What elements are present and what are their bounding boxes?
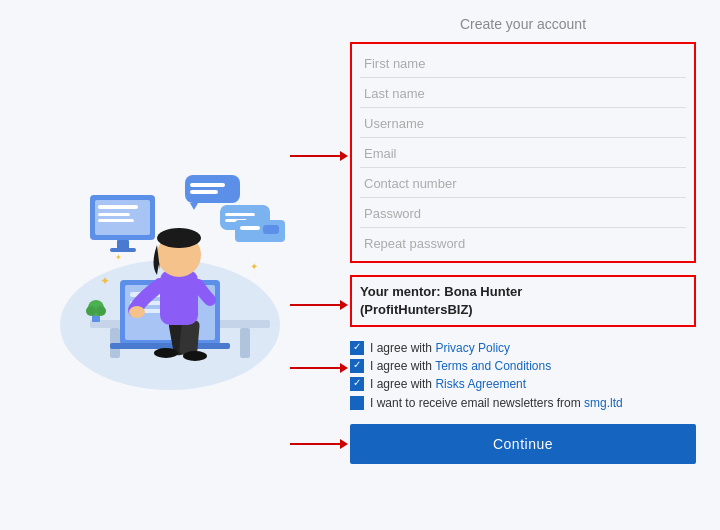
password-input[interactable] bbox=[364, 204, 682, 223]
svg-rect-22 bbox=[185, 175, 240, 203]
svg-rect-38 bbox=[263, 225, 279, 234]
risks-checkbox[interactable] bbox=[350, 377, 364, 391]
privacy-policy-row: I agree with Privacy Policy bbox=[350, 341, 696, 355]
registration-form-box bbox=[350, 42, 696, 263]
svg-rect-27 bbox=[225, 213, 255, 216]
repeat-password-field bbox=[360, 228, 686, 257]
newsletter-label: I want to receive email newsletters from… bbox=[370, 395, 623, 412]
svg-rect-9 bbox=[110, 343, 230, 349]
svg-rect-37 bbox=[240, 226, 260, 230]
first-name-field bbox=[360, 48, 686, 78]
svg-point-13 bbox=[183, 351, 207, 361]
terms-label: I agree with Terms and Conditions bbox=[370, 359, 551, 373]
svg-point-17 bbox=[129, 306, 145, 318]
newsletter-row: I want to receive email newsletters from… bbox=[350, 395, 696, 412]
terms-row: I agree with Terms and Conditions bbox=[350, 359, 696, 373]
illustration-panel: ✦ ✦ ✦ bbox=[0, 0, 340, 530]
hero-illustration: ✦ ✦ ✦ bbox=[30, 125, 310, 405]
page-title: Create your account bbox=[350, 16, 696, 32]
newsletter-link[interactable]: smg.ltd bbox=[584, 396, 623, 410]
svg-rect-23 bbox=[190, 183, 225, 187]
svg-rect-31 bbox=[98, 205, 138, 209]
svg-point-16 bbox=[157, 228, 201, 248]
terms-checkbox[interactable] bbox=[350, 359, 364, 373]
risks-link[interactable]: Risks Agreement bbox=[435, 377, 526, 391]
password-field bbox=[360, 198, 686, 228]
svg-rect-33 bbox=[98, 219, 134, 222]
svg-marker-25 bbox=[190, 203, 198, 210]
newsletter-text: I want to receive email newsletters from bbox=[370, 396, 584, 410]
last-name-field bbox=[360, 78, 686, 108]
risks-row: I agree with Risks Agreement bbox=[350, 377, 696, 391]
privacy-policy-checkbox[interactable] bbox=[350, 341, 364, 355]
continue-section: Continue bbox=[350, 424, 696, 464]
mentor-org: (ProfitHuntersBIZ) bbox=[360, 301, 686, 319]
svg-text:✦: ✦ bbox=[250, 261, 258, 272]
contact-number-field bbox=[360, 168, 686, 198]
email-field bbox=[360, 138, 686, 168]
svg-rect-3 bbox=[240, 328, 250, 358]
svg-text:✦: ✦ bbox=[115, 253, 122, 262]
risks-label: I agree with Risks Agreement bbox=[370, 377, 526, 391]
svg-rect-24 bbox=[190, 190, 218, 194]
svg-rect-14 bbox=[160, 270, 198, 325]
svg-point-20 bbox=[86, 306, 96, 316]
contact-number-input[interactable] bbox=[364, 174, 682, 193]
terms-link[interactable]: Terms and Conditions bbox=[435, 359, 551, 373]
checkboxes-section: I agree with Privacy Policy I agree with… bbox=[350, 341, 696, 416]
svg-rect-32 bbox=[98, 213, 130, 216]
first-name-input[interactable] bbox=[364, 54, 682, 73]
privacy-policy-link[interactable]: Privacy Policy bbox=[435, 341, 510, 355]
mentor-name: Your mentor: Bona Hunter bbox=[360, 283, 686, 301]
last-name-input[interactable] bbox=[364, 84, 682, 103]
username-field bbox=[360, 108, 686, 138]
email-input[interactable] bbox=[364, 144, 682, 163]
newsletter-checkbox[interactable] bbox=[350, 396, 364, 410]
svg-point-12 bbox=[154, 348, 178, 358]
privacy-policy-label: I agree with Privacy Policy bbox=[370, 341, 510, 355]
svg-text:✦: ✦ bbox=[100, 274, 110, 288]
repeat-password-input[interactable] bbox=[364, 234, 682, 253]
continue-button[interactable]: Continue bbox=[350, 424, 696, 464]
username-input[interactable] bbox=[364, 114, 682, 133]
mentor-box: Your mentor: Bona Hunter (ProfitHuntersB… bbox=[350, 275, 696, 327]
form-panel: Create your account bbox=[340, 0, 720, 530]
svg-point-21 bbox=[96, 306, 106, 316]
svg-rect-35 bbox=[110, 248, 136, 252]
